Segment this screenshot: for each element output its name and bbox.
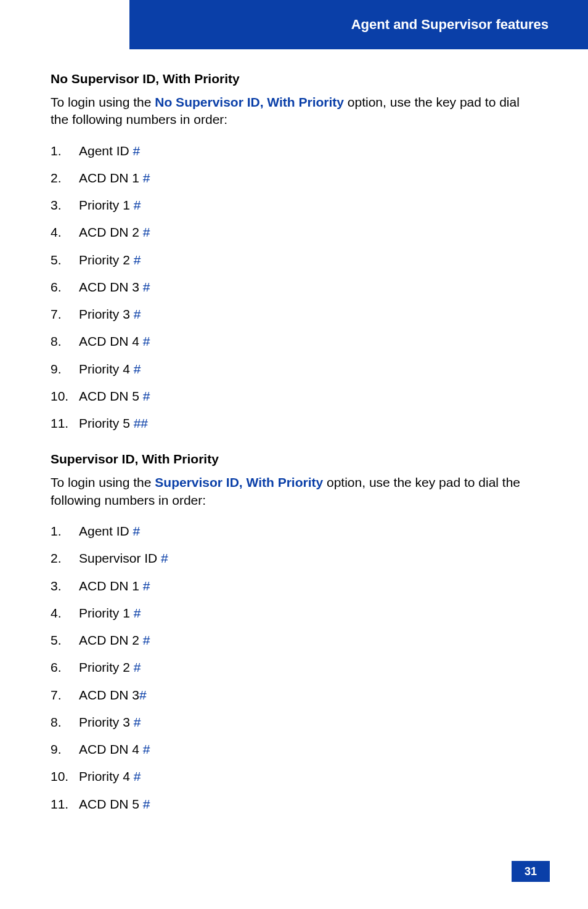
- hash-symbol: #: [133, 144, 141, 158]
- header-title: Agent and Supervisor features: [351, 17, 549, 33]
- list-item: ACD DN 2 #: [51, 627, 537, 654]
- section2-intro-pre: To login using the: [51, 475, 155, 489]
- section2-heading: Supervisor ID, With Priority: [51, 452, 537, 467]
- item-text: Priority 1: [79, 606, 134, 620]
- hash-symbol: #: [161, 551, 168, 565]
- item-text: ACD DN 4: [79, 742, 143, 756]
- list-item: Priority 5 ##: [51, 410, 537, 437]
- hash-symbol: #: [143, 579, 150, 593]
- hash-symbol: #: [143, 633, 150, 647]
- list-item: ACD DN 2 #: [51, 219, 537, 246]
- item-text: ACD DN 5: [79, 797, 143, 811]
- item-text: Priority 2: [79, 253, 134, 267]
- section1-intro: To login using the No Supervisor ID, Wit…: [51, 94, 537, 129]
- section1-list: Agent ID # ACD DN 1 # Priority 1 # ACD D…: [51, 137, 537, 438]
- list-item: Priority 1 #: [51, 600, 537, 627]
- section1-intro-pre: To login using the: [51, 95, 155, 109]
- hash-symbol: #: [143, 389, 150, 403]
- hash-symbol: #: [134, 362, 141, 376]
- item-text: Priority 3: [79, 307, 134, 321]
- list-item: Priority 3 #: [51, 709, 537, 736]
- item-text: ACD DN 2: [79, 225, 143, 239]
- section1-intro-bold: No Supervisor ID, With Priority: [155, 95, 344, 109]
- hash-symbol: #: [143, 280, 150, 294]
- item-text: ACD DN 1: [79, 171, 143, 185]
- hash-symbol: #: [134, 769, 141, 783]
- item-text: Supervisor ID: [79, 551, 161, 565]
- section2-list: Agent ID # Supervisor ID # ACD DN 1 # Pr…: [51, 518, 537, 818]
- item-text: ACD DN 5: [79, 389, 143, 403]
- item-text: Priority 1: [79, 198, 134, 212]
- list-item: ACD DN 1 #: [51, 573, 537, 600]
- list-item: ACD DN 4 #: [51, 328, 537, 355]
- list-item: Priority 2 #: [51, 654, 537, 681]
- list-item: ACD DN 4 #: [51, 736, 537, 763]
- section2-intro-bold: Supervisor ID, With Priority: [155, 475, 323, 489]
- list-item: Supervisor ID #: [51, 545, 537, 572]
- item-text: Priority 4: [79, 362, 134, 376]
- list-item: Priority 4 #: [51, 356, 537, 383]
- hash-symbol: #: [134, 660, 141, 674]
- list-item: ACD DN 3 #: [51, 274, 537, 301]
- hash-symbol: #: [143, 171, 150, 185]
- item-text: Priority 3: [79, 715, 134, 729]
- item-text: ACD DN 3: [79, 280, 143, 294]
- item-text: Priority 4: [79, 769, 134, 783]
- hash-symbol: #: [134, 307, 141, 321]
- list-item: Priority 1 #: [51, 192, 537, 219]
- hash-symbol: #: [133, 524, 141, 538]
- item-text: Priority 2: [79, 660, 134, 674]
- list-item: Priority 3 #: [51, 301, 537, 328]
- item-text: Priority 5: [79, 416, 134, 430]
- item-text: Agent ID: [79, 144, 133, 158]
- page-number: 31: [512, 861, 550, 882]
- header-band: Agent and Supervisor features: [129, 0, 588, 49]
- hash-symbol: #: [134, 606, 141, 620]
- item-text: ACD DN 3: [79, 688, 139, 702]
- hash-symbol: #: [143, 334, 150, 348]
- hash-symbol: #: [143, 742, 150, 756]
- section2-intro: To login using the Supervisor ID, With P…: [51, 474, 537, 509]
- hash-symbol: #: [143, 225, 150, 239]
- item-text: Agent ID: [79, 524, 133, 538]
- list-item: Priority 2 #: [51, 247, 537, 274]
- item-text: ACD DN 1: [79, 579, 143, 593]
- item-text: ACD DN 2: [79, 633, 143, 647]
- hash-symbol: #: [134, 198, 141, 212]
- list-item: Priority 4 #: [51, 763, 537, 790]
- page-content: No Supervisor ID, With Priority To login…: [51, 71, 537, 823]
- list-item: ACD DN 1 #: [51, 165, 537, 192]
- list-item: ACD DN 5 #: [51, 791, 537, 818]
- list-item: ACD DN 5 #: [51, 383, 537, 410]
- hash-symbol: ##: [134, 416, 148, 430]
- list-item: Agent ID #: [51, 518, 537, 545]
- section1-heading: No Supervisor ID, With Priority: [51, 71, 537, 86]
- hash-symbol: #: [134, 253, 141, 267]
- hash-symbol: #: [139, 688, 147, 702]
- item-text: ACD DN 4: [79, 334, 143, 348]
- list-item: Agent ID #: [51, 137, 537, 165]
- hash-symbol: #: [143, 797, 150, 811]
- list-item: ACD DN 3#: [51, 682, 537, 709]
- hash-symbol: #: [134, 715, 141, 729]
